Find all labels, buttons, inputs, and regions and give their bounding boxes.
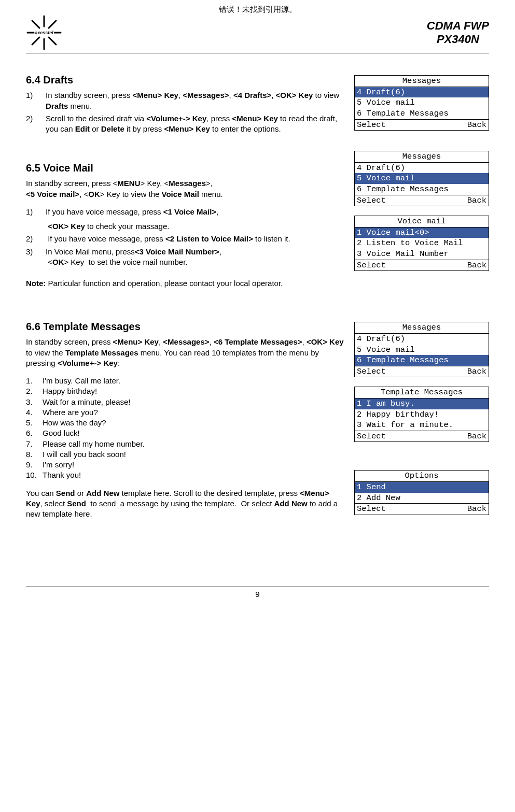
menu-title: Options: [355, 471, 489, 482]
menu-title: Messages: [355, 76, 489, 87]
error-text: 错误！未找到引用源。: [26, 4, 489, 15]
menu-item[interactable]: 6 Template Messages: [355, 108, 489, 119]
menu-item[interactable]: 3 Wait for a minute.: [355, 420, 489, 431]
softkey-select[interactable]: Select: [357, 261, 386, 270]
list-item-text: Thank you!: [40, 470, 345, 480]
phone-menu-template-list: Template Messages 1 I am busy. 2 Happy b…: [354, 387, 489, 442]
menu-item[interactable]: 2 Happy birthday!: [355, 409, 489, 420]
list-index: 5.: [26, 418, 40, 428]
list-index: 4.: [26, 407, 40, 418]
softkey-select[interactable]: Select: [357, 196, 386, 206]
section-template-messages: 6.6 Template Messages In standby screen,…: [26, 309, 489, 519]
heading-6-6: 6.6 Template Messages: [26, 320, 345, 334]
step-body: If you have voice message, press <2 List…: [44, 234, 345, 244]
section-drafts: 6.4 Drafts 1) In standby screen, press <…: [26, 63, 489, 136]
list-index: 8.: [26, 449, 40, 460]
menu-item-selected[interactable]: 1 I am busy.: [355, 398, 489, 409]
menu-title: Voice mail: [355, 216, 489, 227]
svg-line-7: [32, 37, 39, 45]
menu-item[interactable]: 5 Voice mail: [355, 345, 489, 355]
list-index: 9.: [26, 460, 40, 470]
page-header: axesstel CDMA FWP PX340N: [26, 15, 489, 53]
title-line2: PX340N: [427, 33, 489, 46]
template-list: 1.I'm busy. Call me later. 2.Happy birth…: [26, 376, 345, 481]
list-item-text: I'm sorry!: [40, 460, 345, 470]
phone-menu-options: Options 1 Send 2 Add New Select Back: [354, 470, 489, 515]
menu-item[interactable]: 4 Draft(6): [355, 163, 489, 174]
softkey-back[interactable]: Back: [467, 367, 486, 377]
step-index: 2): [26, 234, 44, 244]
menu-item[interactable]: 5 Voice mail: [355, 97, 489, 108]
intro-text: In standby screen, press <MENU> Key, <Me…: [26, 178, 345, 189]
menu-item[interactable]: 4 Draft(6): [355, 334, 489, 345]
softkey-back[interactable]: Back: [467, 120, 486, 130]
list-item-text: Good luck!: [40, 428, 345, 438]
step-body: In standby screen, press <Menu> Key, <Me…: [44, 90, 345, 111]
section-voice-mail: 6.5 Voice Mail In standby screen, press …: [26, 151, 489, 289]
menu-title: Messages: [355, 151, 489, 163]
phone-menu-drafts: Messages 4 Draft(6) 5 Voice mail 6 Templ…: [354, 75, 489, 131]
softkey-back[interactable]: Back: [467, 196, 486, 206]
heading-6-5: 6.5 Voice Mail: [26, 161, 345, 175]
product-title: CDMA FWP PX340N: [427, 19, 489, 47]
list-item-text: Happy birthday!: [40, 386, 345, 396]
menu-item-selected[interactable]: 6 Template Messages: [355, 355, 489, 366]
step-index: 1): [26, 207, 44, 232]
list-index: 10.: [26, 470, 40, 480]
list-index: 6.: [26, 428, 40, 438]
note-text: Note: Particular function and operation,…: [26, 278, 489, 289]
softkey-select[interactable]: Select: [357, 504, 386, 514]
phone-menu-messages-voicemail: Messages 4 Draft(6) 5 Voice mail 6 Templ…: [354, 151, 489, 206]
phone-menu-messages-template: Messages 4 Draft(6) 5 Voice mail 6 Templ…: [354, 322, 489, 377]
list-item-text: I will call you back soon!: [40, 449, 345, 460]
menu-title: Messages: [355, 322, 489, 334]
menu-item-selected[interactable]: 1 Voice mail<0>: [355, 227, 489, 238]
softkey-back[interactable]: Back: [467, 261, 486, 270]
step-index: 1): [26, 90, 44, 111]
menu-item-selected[interactable]: 5 Voice mail: [355, 173, 489, 184]
softkey-back[interactable]: Back: [467, 432, 486, 441]
intro-text: In standby screen, press <Menu> Key, <Me…: [26, 337, 345, 368]
step-body: If you have voice message, press <1 Voic…: [44, 207, 345, 232]
page-footer: 9: [26, 587, 489, 600]
menu-item[interactable]: 6 Template Messages: [355, 184, 489, 195]
menu-item-selected[interactable]: 1 Send: [355, 482, 489, 493]
drafts-steps: 1) In standby screen, press <Menu> Key, …: [26, 90, 345, 134]
menu-item[interactable]: 2 Listen to Voice Mail: [355, 238, 489, 249]
svg-line-6: [49, 21, 56, 28]
step-body: In Voice Mail menu, press<3 Voice Mail N…: [44, 247, 345, 268]
voicemail-steps: 1) If you have voice message, press <1 V…: [26, 207, 345, 267]
step-index: 2): [26, 113, 44, 135]
list-item-text: Where are you?: [40, 407, 345, 418]
step-body: Scroll to the desired draft via <Volume+…: [44, 113, 345, 135]
menu-item[interactable]: 3 Voice Mail Number: [355, 249, 489, 260]
step-index: 3): [26, 247, 44, 268]
intro-text: <5 Voice mail>, <OK> Key to view the Voi…: [26, 189, 345, 200]
softkey-select[interactable]: Select: [357, 432, 386, 441]
svg-line-5: [49, 37, 56, 45]
softkey-back[interactable]: Back: [467, 504, 486, 514]
page-number: 9: [255, 590, 259, 599]
list-item-text: I'm busy. Call me later.: [40, 376, 345, 386]
svg-line-4: [32, 21, 39, 28]
menu-item-selected[interactable]: 4 Draft(6): [355, 87, 489, 98]
heading-6-4: 6.4 Drafts: [26, 73, 345, 87]
list-item-text: Please call my home number.: [40, 439, 345, 449]
title-line1: CDMA FWP: [427, 19, 489, 33]
list-index: 7.: [26, 439, 40, 449]
list-item-text: How was the day?: [40, 418, 345, 428]
logo-text: axesstel: [34, 30, 54, 36]
menu-title: Template Messages: [355, 387, 489, 398]
softkey-select[interactable]: Select: [357, 367, 386, 377]
softkey-select[interactable]: Select: [357, 120, 386, 130]
phone-menu-voicemail: Voice mail 1 Voice mail<0> 2 Listen to V…: [354, 216, 489, 271]
list-index: 3.: [26, 397, 40, 407]
menu-item[interactable]: 2 Add New: [355, 493, 489, 504]
list-index: 2.: [26, 386, 40, 396]
list-index: 1.: [26, 376, 40, 386]
axesstel-logo: axesstel: [26, 15, 62, 51]
list-item-text: Wait for a minute, please!: [40, 397, 345, 407]
outro-text: You can Send or Add New template here. S…: [26, 488, 345, 520]
